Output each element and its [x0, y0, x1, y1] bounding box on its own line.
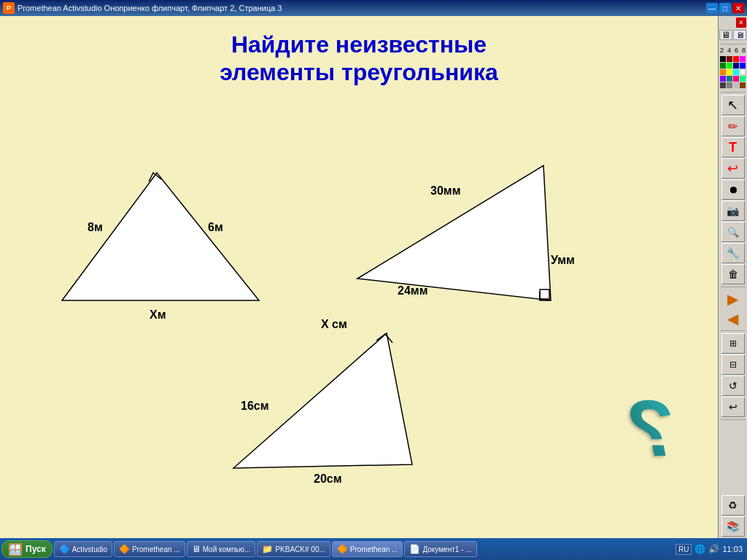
color-cyan[interactable]	[733, 69, 739, 75]
minimize-button[interactable]: —	[706, 3, 718, 13]
color-blue[interactable]	[740, 63, 746, 69]
color-gray2[interactable]	[727, 82, 732, 88]
color-orange[interactable]	[720, 69, 726, 75]
taskbar: 🪟 Пуск 🔷 Activstudio 🔶 Promethean ... 🖥 …	[0, 538, 747, 560]
network-icon: 🌐	[694, 544, 705, 554]
color-lime[interactable]	[740, 76, 746, 82]
monitor2-icon[interactable]: 🖥	[733, 30, 746, 40]
taskbar-mycomputer[interactable]: 🖥 Мой компью...	[187, 541, 256, 557]
text-tool[interactable]: T	[721, 137, 745, 158]
taskbar-promethean1[interactable]: 🔶 Promethean ...	[114, 541, 185, 557]
prev-page-button[interactable]: ◀	[721, 309, 745, 328]
maximize-button[interactable]: □	[719, 3, 731, 13]
toolbar-monitor-section: 🖥 🖥	[720, 30, 746, 40]
svg-text:Хм: Хм	[150, 308, 166, 321]
expand-tool[interactable]: ⊞	[721, 333, 745, 354]
svg-text:30мм: 30мм	[430, 184, 460, 197]
trash-tool[interactable]: 🗑	[721, 264, 745, 284]
toolbar: ✕ 🖥 🖥 2 4 6 8	[718, 16, 747, 538]
svg-marker-0	[62, 173, 259, 300]
svg-text:24мм: 24мм	[398, 284, 427, 297]
title-bar: P Promethean Activstudio Оноприенко флип…	[0, 0, 747, 16]
undo-tool[interactable]: ↩	[721, 158, 745, 179]
color-black[interactable]	[720, 56, 726, 62]
pen-tool[interactable]: ✏	[721, 116, 745, 136]
close-button[interactable]: ✕	[732, 3, 744, 13]
clock: 11:03	[722, 545, 743, 553]
color-gray1[interactable]	[720, 82, 726, 88]
size-labels: 2 4 6 8	[719, 47, 747, 54]
cursor-tool[interactable]: ↖	[721, 95, 745, 115]
color-brown[interactable]	[740, 82, 746, 88]
toolbar-top: ✕	[720, 18, 746, 28]
book-tool[interactable]: 📚	[721, 516, 745, 537]
svg-text:?: ?	[629, 383, 678, 470]
svg-text:Умм: Умм	[551, 254, 575, 266]
svg-text:20см: 20см	[314, 472, 342, 485]
record-tool[interactable]: ⏺	[721, 179, 745, 200]
taskbar-pkback[interactable]: 📁 PKBACK# 00...	[257, 541, 330, 557]
canvas: Найдите неизвестные элементы треугольник…	[0, 16, 718, 538]
lang-indicator[interactable]: RU	[676, 544, 692, 555]
monitor-icon[interactable]: 🖥	[719, 30, 732, 40]
svg-text:Х см: Х см	[321, 318, 347, 330]
taskbar-right: RU 🌐 🔊 11:03	[676, 544, 746, 555]
camera-tool[interactable]: 📷	[721, 201, 745, 221]
window-title: Promethean Activstudio Оноприенко флипча…	[18, 4, 706, 12]
recycle-tool[interactable]: ♻	[721, 495, 745, 516]
rotate-tool[interactable]: ↺	[721, 376, 745, 396]
taskbar-promethean2[interactable]: 🔶 Promethean ...	[332, 541, 403, 557]
start-button[interactable]: 🪟 Пуск	[1, 540, 53, 558]
main-area: Найдите неизвестные элементы треугольник…	[0, 16, 747, 538]
svg-text:6м: 6м	[208, 221, 223, 233]
window-controls: — □ ✕	[706, 3, 744, 13]
settings-tool[interactable]: 🔧	[721, 243, 745, 263]
undo2-tool[interactable]: ↩	[721, 397, 745, 417]
color-purple[interactable]	[720, 76, 726, 82]
drawing-area: 8м 6м Хм 30мм 24мм Умм Х см 16см 20см	[0, 16, 718, 538]
zoom-tool[interactable]: 🔍	[721, 222, 745, 242]
taskbar-document[interactable]: 📄 Документ1 - ...	[404, 541, 476, 557]
volume-icon: 🔊	[708, 544, 719, 554]
color-gray3[interactable]	[733, 82, 739, 88]
color-darkblue[interactable]	[733, 63, 739, 69]
color-pink[interactable]	[733, 76, 739, 82]
color-red[interactable]	[733, 56, 739, 62]
app-icon: P	[3, 2, 15, 14]
svg-text:16см: 16см	[241, 400, 269, 412]
next-page-button[interactable]: ▶	[721, 289, 745, 308]
question-mark: ?	[616, 383, 681, 487]
color-green[interactable]	[727, 63, 732, 69]
color-magenta[interactable]	[740, 56, 746, 62]
svg-text:8м: 8м	[88, 221, 103, 233]
color-darkred[interactable]	[727, 56, 732, 62]
toolbar-close[interactable]: ✕	[736, 18, 746, 28]
taskbar-activstudio[interactable]: 🔷 Activstudio	[54, 541, 112, 557]
color-palette	[720, 56, 746, 88]
color-white[interactable]	[740, 69, 746, 75]
color-darkgreen[interactable]	[720, 63, 726, 69]
shrink-tool[interactable]: ⊟	[721, 354, 745, 375]
color-yellow[interactable]	[727, 69, 732, 75]
color-teal[interactable]	[727, 76, 732, 82]
